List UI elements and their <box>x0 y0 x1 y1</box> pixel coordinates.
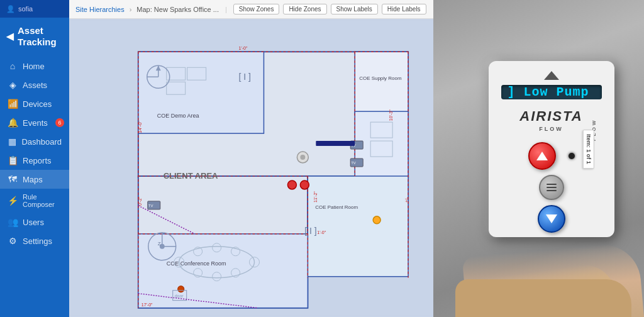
sidebar-item-events[interactable]: 🔔 Events 6 <box>0 113 69 132</box>
show-labels-button[interactable]: Show Labels <box>331 4 378 14</box>
svg-text:COE Supply Room: COE Supply Room <box>359 75 402 81</box>
svg-text:[ I ]: [ I ] <box>304 226 316 236</box>
middle-button[interactable] <box>539 175 564 200</box>
dashboard-icon: ▦ <box>8 136 16 147</box>
sidebar-item-devices[interactable]: 📶 Devices <box>0 94 69 113</box>
svg-point-46 <box>300 181 309 189</box>
brand-area: AIRISTA FLOW <box>519 108 582 132</box>
svg-rect-6 <box>138 52 264 133</box>
svg-text:11'-2": 11'-2" <box>313 191 318 203</box>
events-badge: 6 <box>55 118 64 127</box>
sidebar-item-rule-composer[interactable]: ⚡ Rule Composer <box>0 189 69 213</box>
svg-text:COE Patient Room: COE Patient Room <box>315 204 358 210</box>
svg-rect-4 <box>355 52 408 114</box>
devices-icon: 📶 <box>8 99 18 109</box>
maps-icon: 🗺 <box>8 174 18 184</box>
svg-text:TV: TV <box>148 204 153 208</box>
breadcrumb-child: Map: New Sparks Office ... <box>136 6 219 13</box>
back-icon[interactable]: ◀ <box>6 31 14 42</box>
breadcrumb-root[interactable]: Site Hierarchies <box>75 6 125 13</box>
sidebar-item-label: Users <box>23 218 44 227</box>
svg-point-49 <box>373 216 380 224</box>
sidebar-item-dashboard[interactable]: ▦ Dashboard <box>0 132 69 151</box>
buttons-row-1 <box>528 142 575 170</box>
rule-composer-icon: ⚡ <box>8 196 18 206</box>
map-area[interactable]: COE Supply Room COE Demo Area CLIENT ARE… <box>69 19 433 317</box>
brand-name: AIRISTA <box>519 108 582 125</box>
map-toolbar: Site Hierarchies › Map: New Sparks Offic… <box>69 0 433 19</box>
toolbar-divider: | <box>225 6 227 13</box>
sidebar-item-assets[interactable]: ◈ Assets <box>0 75 69 94</box>
svg-rect-68 <box>316 141 355 146</box>
svg-point-50 <box>178 286 184 292</box>
sidebar-nav: ⌂ Home ◈ Assets 📶 Devices 🔔 Events 6 ▦ D… <box>0 54 69 317</box>
up-button[interactable] <box>528 142 556 170</box>
username-label: sofia <box>18 5 33 13</box>
sidebar-item-label: Settings <box>23 236 52 246</box>
svg-point-48 <box>300 155 305 160</box>
device-box: ] Low Pump AIRISTA FLOW FLOW Item: 1 of … <box>489 61 614 237</box>
sidebar-item-maps[interactable]: 🗺 Maps <box>0 170 69 189</box>
floor-plan-svg: COE Supply Room COE Demo Area CLIENT ARE… <box>69 19 433 317</box>
hide-labels-button[interactable]: Hide Labels <box>382 4 426 14</box>
item-label: Item: 1 of 1 <box>583 130 594 169</box>
svg-text:0'-2": 0'-2" <box>138 196 142 205</box>
menu-line-3 <box>547 190 557 191</box>
reports-icon: 📋 <box>8 155 18 165</box>
svg-text:10'-3": 10'-3" <box>389 109 393 121</box>
app-header: 👤 sofia <box>0 0 69 18</box>
svg-point-45 <box>287 181 296 189</box>
app-title: Asset Tracking <box>18 25 63 48</box>
svg-text:+/-: +/- <box>404 197 409 203</box>
sidebar-item-home[interactable]: ⌂ Home <box>0 57 69 75</box>
hide-zones-button[interactable]: Hide Zones <box>283 4 326 14</box>
sidebar-item-label: Events <box>23 118 48 128</box>
svg-text:COE Demo Area: COE Demo Area <box>157 113 199 119</box>
breadcrumb-separator: › <box>130 6 132 13</box>
lcd-display: ] Low Pump <box>501 85 602 99</box>
svg-text:Z: Z <box>158 241 161 247</box>
settings-icon: ⚙ <box>8 236 18 246</box>
right-panel: ] Low Pump AIRISTA FLOW FLOW Item: 1 of … <box>433 0 644 317</box>
sidebar-item-label: Home <box>23 62 45 71</box>
sidebar-item-settings[interactable]: ⚙ Settings <box>0 231 69 250</box>
events-icon: 🔔 <box>8 118 18 128</box>
users-icon: 👥 <box>8 217 18 227</box>
menu-line-2 <box>547 187 557 188</box>
device-photo: ] Low Pump AIRISTA FLOW FLOW Item: 1 of … <box>433 0 644 317</box>
svg-text:TV: TV <box>351 161 356 165</box>
home-icon: ⌂ <box>8 61 18 71</box>
sidebar-item-label: Maps <box>23 175 43 184</box>
down-button-row <box>538 205 565 233</box>
svg-text:17'-0": 17'-0" <box>142 303 153 307</box>
sidebar-item-label: Rule Composer <box>23 193 62 208</box>
sidebar-item-label: Assets <box>23 81 47 90</box>
sidebar-item-users[interactable]: 👥 Users <box>0 213 69 231</box>
sidebar: 👤 sofia ◀ Asset Tracking ⌂ Home ◈ Assets… <box>0 0 69 317</box>
brand-sub: FLOW <box>539 126 564 132</box>
main-content: Site Hierarchies › Map: New Sparks Offic… <box>69 0 433 317</box>
sensor-dot <box>569 153 575 159</box>
assets-icon: ◈ <box>8 80 18 90</box>
menu-line-1 <box>547 184 557 185</box>
sidebar-item-label: Dashboard <box>21 137 62 147</box>
middle-button-row <box>539 175 564 200</box>
user-avatar-icon: 👤 <box>6 5 15 13</box>
sidebar-item-label: Devices <box>23 99 52 109</box>
sidebar-item-reports[interactable]: 📋 Reports <box>0 151 69 170</box>
svg-rect-10 <box>308 176 408 277</box>
triangle-up-icon <box>544 71 559 80</box>
down-button[interactable] <box>538 205 565 233</box>
svg-text:14'-0": 14'-0" <box>137 121 143 133</box>
sidebar-item-label: Reports <box>23 156 52 165</box>
show-zones-button[interactable]: Show Zones <box>233 4 280 14</box>
sidebar-title-area: ◀ Asset Tracking <box>0 18 69 54</box>
lcd-text: ] Low Pump <box>508 85 589 99</box>
svg-text:1'-0": 1'-0" <box>239 46 248 50</box>
svg-text:[ I ]: [ I ] <box>239 72 251 82</box>
svg-text:1'-0": 1'-0" <box>317 230 326 235</box>
svg-text:door: door <box>175 294 184 298</box>
